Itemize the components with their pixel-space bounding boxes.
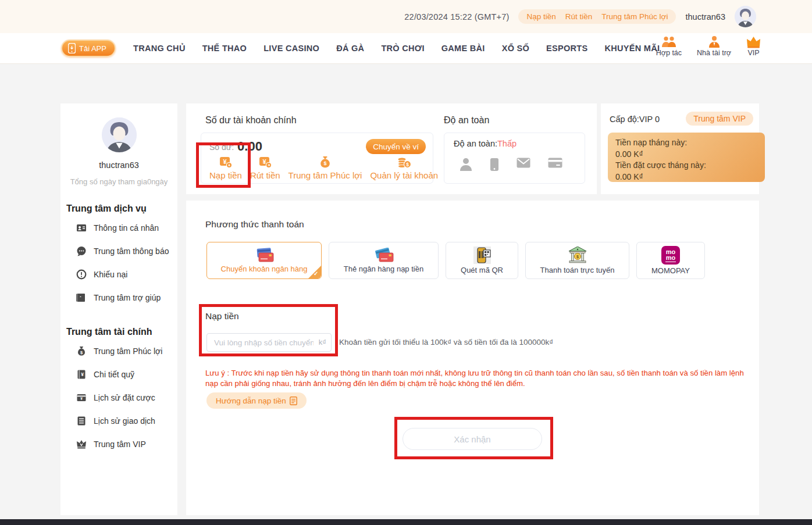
deposit-amount-input[interactable] [206,333,332,352]
svg-text:¥: ¥ [80,397,83,401]
topbar-username[interactable]: thuctran63 [685,12,725,22]
deposit-guide-button[interactable]: Hướng dẫn nạp tiền [206,392,307,409]
sidebar-item-vip-center[interactable]: Trung tâm VIP [60,433,177,456]
nav-item-home[interactable]: TRANG CHỦ [133,44,186,53]
action-withdraw[interactable]: ¥ Rút tiền [250,155,280,180]
topbar-link-withdraw[interactable]: Rút tiền [565,12,593,21]
sidebar-avatar[interactable] [102,117,137,152]
balance-amount: 0.00 [237,139,262,154]
bank-cards-icon [254,248,275,263]
vip-monthly-deposit-label: Tiền nạp tháng này: [615,137,765,149]
payment-method-label: MOMOPAY [651,266,690,275]
security-title: Độ an toàn [444,115,489,126]
crown-icon [746,35,761,48]
payment-method-atm-card[interactable]: Thẻ ngân hàng nạp tiền [329,242,439,279]
avatar-person-icon [735,6,756,27]
nav-item-esports[interactable]: ESPORTS [546,44,587,53]
nav-item-sponsor[interactable]: Nhà tài trợ [697,35,731,57]
vip-stats-box: Tiền nạp tháng này: 0.00 K₫ Tiền đặt cượ… [608,133,765,182]
payment-methods-row: Chuyển khoản ngân hàng ✓ Thẻ ngân hàng n… [206,242,705,279]
topbar-link-deposit[interactable]: Nạp tiền [526,12,555,21]
transaction-list-icon [76,416,87,426]
main-nav: Tải APP TRANG CHỦ THỂ THAO LIVE CASINO Đ… [0,33,812,64]
balance-label: Số dư: [209,142,234,152]
nav-item-lottery[interactable]: XỔ SỐ [502,44,529,53]
nav-item-promotions[interactable]: KHUYẾN MÃI [605,44,660,53]
sidebar-item-bet-history[interactable]: ¥ Lịch sử đặt cược [60,386,177,409]
svg-text:$: $ [323,160,326,166]
deposit-form-title: Nạp tiền [205,311,239,322]
download-app-button[interactable]: Tải APP [61,40,116,57]
svg-text:$: $ [576,255,579,259]
payment-method-bank-transfer[interactable]: Chuyển khoản ngân hàng ✓ [206,242,322,279]
action-account-label: Quản lý tài khoản [370,170,438,180]
nav-item-sports[interactable]: THỂ THAO [202,44,247,53]
payment-method-label: Quét mã QR [461,266,503,274]
mail-icon[interactable] [517,158,530,168]
vip-monthly-bet-label: Tiền đặt cược tháng này: [615,160,765,172]
user-icon[interactable] [460,158,472,172]
nav-item-partners[interactable]: Hợp tác [656,35,682,57]
coins-icon: $ [397,155,412,169]
sidebar-item-label: Trung tâm Phúc lợi [94,347,162,356]
svg-text:$: $ [406,162,409,167]
document-icon [290,397,297,405]
sidebar-item-complaints[interactable]: Khiếu nại [60,263,177,286]
nav-item-card-games[interactable]: GAME BÀI [441,44,485,53]
nav-sponsor-label: Nhà tài trợ [697,49,731,57]
footer-bar [0,519,812,525]
payment-method-online-payment[interactable]: $ Thanh toán trực tuyến [525,242,629,279]
action-welfare-label: Trung tâm Phúc lợi [289,170,362,180]
sidebar-item-label: Chi tiết quỹ [94,370,134,379]
bank-card-icon[interactable] [548,158,562,168]
vip-center-button[interactable]: Trung tâm VIP [686,112,753,126]
datetime-text: 22/03/2024 15:22 (GMT+7) [404,12,509,22]
action-deposit[interactable]: ¥ Nạp tiền [209,155,242,180]
sidebar-item-notifications[interactable]: Trung tâm thông báo [60,240,177,263]
sidebar-item-label: Khiếu nại [94,270,127,279]
avatar[interactable] [735,6,756,27]
sidebar-item-label: Trung tâm VIP [94,440,146,449]
phone-icon[interactable] [490,158,499,172]
vip-monthly-bet-value: 0.00 K₫ [615,172,765,183]
nav-menu: TRANG CHỦ THỂ THAO LIVE CASINO ĐÁ GÀ TRÒ… [133,44,660,53]
deposit-guide-label: Hướng dẫn nạp tiền [216,397,286,405]
momo-logo: mo mo [661,246,680,265]
payment-methods-title: Phương thức thanh toán [205,219,304,230]
sidebar-section-finance-title: Trung tâm tài chính [66,327,177,337]
security-level-value: Thấp [497,139,517,148]
action-account-management[interactable]: $ Quản lý tài khoản [370,155,438,180]
vip-level-label: Cấp độ:VIP 0 [610,115,660,124]
balance-actions: ¥ Nạp tiền ¥ Rút tiền [209,155,426,180]
sidebar-item-fund-details[interactable]: ¥ Chi tiết quỹ [60,363,177,386]
security-icons [454,158,585,172]
sidebar-item-label: Trung tâm trợ giúp [94,293,161,302]
action-withdraw-label: Rút tiền [250,170,280,180]
nav-item-vip[interactable]: VIP [746,35,761,57]
transfer-to-wallet-button[interactable]: Chuyển về ví [366,139,426,154]
confirm-button[interactable]: Xác nhận [403,428,542,450]
book-icon [76,292,87,303]
withdraw-icon: ¥ [258,155,272,169]
nav-item-cockfight[interactable]: ĐÁ GÀ [336,44,364,53]
sidebar-item-label: Lịch sử đặt cược [94,393,155,402]
action-deposit-label: Nạp tiền [209,170,242,180]
vip-panel: Cấp độ:VIP 0 Trung tâm VIP Tiền nạp thán… [601,103,759,194]
action-welfare-center[interactable]: $ Trung tâm Phúc lợi [289,155,362,180]
topbar: 22/03/2024 15:22 (GMT+7) Nạp tiền Rút ti… [0,0,812,33]
nav-item-live-casino[interactable]: LIVE CASINO [263,44,319,53]
deposit-warning-text: Lưu ý : Trước khi nạp tiền hãy sử dụng t… [205,368,745,389]
sidebar-item-label: Trung tâm thông báo [94,247,169,256]
sidebar-item-transaction-history[interactable]: Lịch sử giao dịch [60,409,177,433]
payment-method-momopay[interactable]: mo mo MOMOPAY [636,242,705,279]
topbar-link-welfare-center[interactable]: Trung tâm Phúc lợi [601,12,668,21]
vip-monthly-deposit-value: 0.00 K₫ [615,149,765,160]
payment-method-qr-scan[interactable]: Quét mã QR [446,242,518,279]
sidebar-item-personal-info[interactable]: Thông tin cá nhân [60,216,177,240]
sidebar-item-welfare-center[interactable]: $ Trung tâm Phúc lợi [60,340,177,363]
sidebar-item-help-center[interactable]: Trung tâm trợ giúp [60,286,177,309]
balance-title: Số dư tài khoản chính [205,115,297,126]
sidebar-username: thuctran63 [60,160,177,170]
payment-method-label: Thẻ ngân hàng nạp tiền [344,265,423,273]
nav-item-games[interactable]: TRÒ CHƠI [381,44,424,53]
